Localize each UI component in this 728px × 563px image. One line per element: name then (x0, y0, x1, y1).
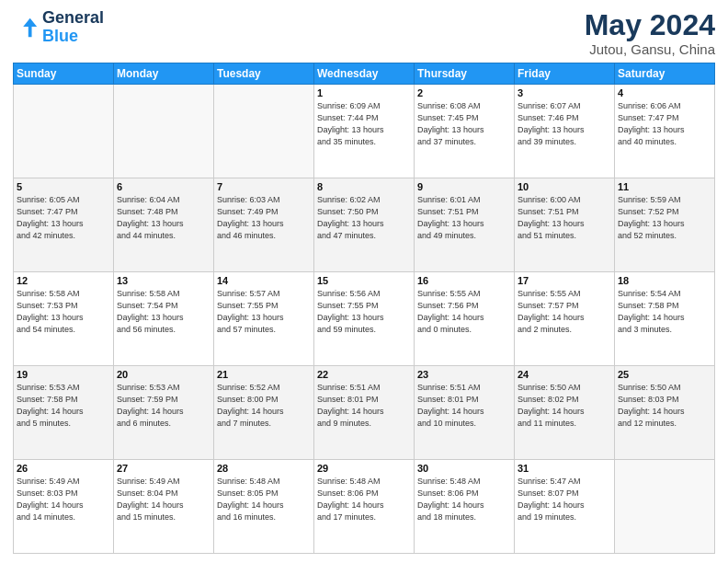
calendar-cell: 1Sunrise: 6:09 AM Sunset: 7:44 PM Daylig… (314, 85, 415, 178)
day-number: 26 (17, 463, 110, 474)
calendar-cell (14, 85, 114, 178)
day-number: 11 (618, 181, 711, 192)
calendar-cell: 8Sunrise: 6:02 AM Sunset: 7:50 PM Daylig… (314, 178, 415, 272)
day-info: Sunrise: 5:56 AM Sunset: 7:55 PM Dayligh… (317, 288, 411, 336)
day-number: 4 (618, 87, 711, 98)
logo-text: General Blue (42, 9, 104, 46)
calendar-cell: 14Sunrise: 5:57 AM Sunset: 7:55 PM Dayli… (214, 272, 314, 366)
day-info: Sunrise: 5:50 AM Sunset: 8:03 PM Dayligh… (618, 382, 711, 430)
calendar-cell: 10Sunrise: 6:00 AM Sunset: 7:51 PM Dayli… (515, 178, 615, 272)
calendar-cell: 9Sunrise: 6:01 AM Sunset: 7:51 PM Daylig… (415, 178, 515, 272)
day-info: Sunrise: 6:07 AM Sunset: 7:46 PM Dayligh… (518, 100, 611, 148)
day-number: 10 (518, 181, 611, 192)
day-info: Sunrise: 5:52 AM Sunset: 8:00 PM Dayligh… (217, 382, 311, 430)
subtitle: Jutou, Gansu, China (585, 41, 715, 57)
calendar-cell: 23Sunrise: 5:51 AM Sunset: 8:01 PM Dayli… (415, 366, 515, 460)
calendar-week-row: 1Sunrise: 6:09 AM Sunset: 7:44 PM Daylig… (14, 85, 715, 178)
day-info: Sunrise: 5:49 AM Sunset: 8:04 PM Dayligh… (117, 476, 210, 523)
day-info: Sunrise: 5:51 AM Sunset: 8:01 PM Dayligh… (417, 382, 511, 430)
day-number: 13 (117, 275, 210, 286)
day-info: Sunrise: 6:02 AM Sunset: 7:50 PM Dayligh… (317, 194, 411, 242)
day-info: Sunrise: 6:08 AM Sunset: 7:45 PM Dayligh… (417, 100, 511, 148)
day-number: 15 (317, 275, 411, 286)
day-info: Sunrise: 5:48 AM Sunset: 8:05 PM Dayligh… (217, 476, 311, 523)
calendar-cell (114, 85, 214, 178)
day-number: 1 (317, 87, 411, 98)
day-number: 17 (518, 275, 611, 286)
calendar-cell: 25Sunrise: 5:50 AM Sunset: 8:03 PM Dayli… (615, 366, 715, 460)
day-info: Sunrise: 6:01 AM Sunset: 7:51 PM Dayligh… (417, 194, 511, 242)
calendar-week-row: 12Sunrise: 5:58 AM Sunset: 7:53 PM Dayli… (14, 272, 715, 366)
day-number: 12 (17, 275, 110, 286)
day-info: Sunrise: 5:55 AM Sunset: 7:57 PM Dayligh… (518, 288, 611, 336)
calendar-cell: 30Sunrise: 5:48 AM Sunset: 8:06 PM Dayli… (415, 460, 515, 554)
weekday-header-monday: Monday (114, 63, 214, 85)
day-number: 25 (618, 369, 711, 380)
calendar-cell: 4Sunrise: 6:06 AM Sunset: 7:47 PM Daylig… (615, 85, 715, 178)
day-number: 9 (417, 181, 511, 192)
day-info: Sunrise: 6:00 AM Sunset: 7:51 PM Dayligh… (518, 194, 611, 242)
calendar-cell: 6Sunrise: 6:04 AM Sunset: 7:48 PM Daylig… (114, 178, 214, 272)
calendar-cell: 16Sunrise: 5:55 AM Sunset: 7:56 PM Dayli… (415, 272, 515, 366)
calendar-cell: 21Sunrise: 5:52 AM Sunset: 8:00 PM Dayli… (214, 366, 314, 460)
day-number: 19 (17, 369, 110, 380)
day-number: 18 (618, 275, 711, 286)
weekday-header-friday: Friday (515, 63, 615, 85)
title-block: May 2024 Jutou, Gansu, China (585, 9, 715, 57)
day-info: Sunrise: 5:50 AM Sunset: 8:02 PM Dayligh… (518, 382, 611, 430)
calendar-cell: 17Sunrise: 5:55 AM Sunset: 7:57 PM Dayli… (515, 272, 615, 366)
day-info: Sunrise: 5:54 AM Sunset: 7:58 PM Dayligh… (618, 288, 711, 336)
day-number: 7 (217, 181, 311, 192)
weekday-header-row: SundayMondayTuesdayWednesdayThursdayFrid… (14, 63, 715, 85)
day-number: 3 (518, 87, 611, 98)
day-info: Sunrise: 5:59 AM Sunset: 7:52 PM Dayligh… (618, 194, 711, 242)
day-number: 31 (518, 463, 611, 474)
day-info: Sunrise: 5:49 AM Sunset: 8:03 PM Dayligh… (17, 476, 110, 523)
day-info: Sunrise: 5:51 AM Sunset: 8:01 PM Dayligh… (317, 382, 411, 430)
header: General Blue May 2024 Jutou, Gansu, Chin… (13, 9, 715, 57)
calendar-cell: 7Sunrise: 6:03 AM Sunset: 7:49 PM Daylig… (214, 178, 314, 272)
calendar-cell: 31Sunrise: 5:47 AM Sunset: 8:07 PM Dayli… (515, 460, 615, 554)
calendar-cell: 18Sunrise: 5:54 AM Sunset: 7:58 PM Dayli… (615, 272, 715, 366)
day-number: 29 (317, 463, 411, 474)
day-number: 30 (417, 463, 511, 474)
day-number: 16 (417, 275, 511, 286)
day-info: Sunrise: 6:05 AM Sunset: 7:47 PM Dayligh… (17, 194, 110, 242)
day-info: Sunrise: 5:58 AM Sunset: 7:54 PM Dayligh… (117, 288, 210, 336)
weekday-header-saturday: Saturday (615, 63, 715, 85)
day-number: 27 (117, 463, 210, 474)
day-info: Sunrise: 6:04 AM Sunset: 7:48 PM Dayligh… (117, 194, 210, 242)
day-info: Sunrise: 5:57 AM Sunset: 7:55 PM Dayligh… (217, 288, 311, 336)
day-number: 21 (217, 369, 311, 380)
day-number: 8 (317, 181, 411, 192)
calendar-cell: 20Sunrise: 5:53 AM Sunset: 7:59 PM Dayli… (114, 366, 214, 460)
calendar-cell: 15Sunrise: 5:56 AM Sunset: 7:55 PM Dayli… (314, 272, 415, 366)
day-number: 6 (117, 181, 210, 192)
day-info: Sunrise: 5:53 AM Sunset: 7:59 PM Dayligh… (117, 382, 210, 430)
calendar-cell: 2Sunrise: 6:08 AM Sunset: 7:45 PM Daylig… (415, 85, 515, 178)
day-info: Sunrise: 6:06 AM Sunset: 7:47 PM Dayligh… (618, 100, 711, 148)
calendar-cell (615, 460, 715, 554)
day-number: 5 (17, 181, 110, 192)
page: General Blue May 2024 Jutou, Gansu, Chin… (0, 0, 728, 563)
calendar-cell: 22Sunrise: 5:51 AM Sunset: 8:01 PM Dayli… (314, 366, 415, 460)
day-info: Sunrise: 6:09 AM Sunset: 7:44 PM Dayligh… (317, 100, 411, 148)
calendar-cell: 11Sunrise: 5:59 AM Sunset: 7:52 PM Dayli… (615, 178, 715, 272)
calendar-week-row: 26Sunrise: 5:49 AM Sunset: 8:03 PM Dayli… (14, 460, 715, 554)
day-info: Sunrise: 5:55 AM Sunset: 7:56 PM Dayligh… (417, 288, 511, 336)
weekday-header-sunday: Sunday (14, 63, 114, 85)
day-number: 23 (417, 369, 511, 380)
calendar-week-row: 5Sunrise: 6:05 AM Sunset: 7:47 PM Daylig… (14, 178, 715, 272)
day-number: 28 (217, 463, 311, 474)
day-info: Sunrise: 5:47 AM Sunset: 8:07 PM Dayligh… (518, 476, 611, 523)
calendar-cell: 29Sunrise: 5:48 AM Sunset: 8:06 PM Dayli… (314, 460, 415, 554)
day-number: 20 (117, 369, 210, 380)
calendar-cell: 3Sunrise: 6:07 AM Sunset: 7:46 PM Daylig… (515, 85, 615, 178)
day-number: 24 (518, 369, 611, 380)
weekday-header-tuesday: Tuesday (214, 63, 314, 85)
calendar-cell: 19Sunrise: 5:53 AM Sunset: 7:58 PM Dayli… (14, 366, 114, 460)
logo: General Blue (13, 9, 104, 46)
calendar-cell: 26Sunrise: 5:49 AM Sunset: 8:03 PM Dayli… (14, 460, 114, 554)
day-number: 2 (417, 87, 511, 98)
day-number: 14 (217, 275, 311, 286)
